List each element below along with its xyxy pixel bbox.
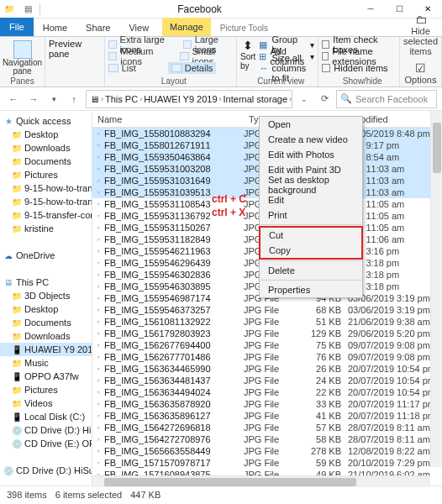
preview-pane-button[interactable]: Preview pane [49,39,101,59]
tree-item[interactable]: 📱HUAWEI Y9 2019 [0,343,92,356]
tree-item[interactable]: ☁OneDrive [0,249,92,262]
group-layout: Extra large iconsLarge icons Medium icon… [105,37,237,87]
tree-item[interactable]: 📁Documents [0,155,92,168]
menu-open[interactable]: Open [260,117,362,132]
sort-by-button[interactable]: ⬍Sort by [240,39,255,74]
tree-item[interactable]: 📁Documents [0,316,92,329]
tree-item[interactable]: 📁Desktop [0,302,92,316]
menu-copy[interactable]: Copy [260,243,361,258]
file-row[interactable]: ▫FB_IMG_1563634481437JPG File24 KB20/07/… [92,375,442,386]
forward-button[interactable]: → [25,91,42,108]
props-icon[interactable]: ▤ [22,3,34,15]
tree-item[interactable]: 📁Downloads [0,329,92,343]
nav-tree[interactable]: ★Quick access📁Desktop📁Downloads📁Document… [0,111,92,486]
tab-file[interactable]: File [0,18,34,36]
minimize-button[interactable]: ─ [356,0,385,18]
menu-delete[interactable]: Delete [260,263,362,278]
file-icon: ▫ [92,223,104,232]
tree-item[interactable]: 📁Pictures [0,168,92,181]
dropdown-button[interactable]: ⌄ [296,91,313,108]
file-icon: ▫ [92,141,104,150]
tab-view[interactable]: View [119,19,158,36]
file-row[interactable]: ▫FB_IMG_1563635896127JPG File41 KB20/07/… [92,410,442,422]
tree-item[interactable]: 💿CD Drive (D:) HiSuite [0,464,92,477]
tree-item[interactable]: 📁9-15-transfer-conta [0,208,92,222]
tree-item[interactable] [0,477,92,486]
window-title: Facebook [43,3,356,15]
file-icon: ▫ [92,435,104,444]
file-row[interactable]: ▫FB_IMG_1563634465990JPG File26 KB20/07/… [92,363,442,375]
menu-print[interactable]: Print [260,207,362,223]
tree-item[interactable]: 📁9-15-how-to-transf [0,181,92,195]
tree-item[interactable]: 📁kristine [0,222,92,235]
horizontal-scrollbar[interactable] [92,475,430,487]
navigation-pane-icon[interactable] [13,40,32,59]
search-input[interactable]: 🔍Search Facebook [336,90,437,108]
menu-new-video[interactable]: Create a new video [260,132,362,147]
file-icon: ▫ [92,376,104,385]
file-row[interactable]: ▫FB_IMG_1565663558449JPG File278 KB12/08… [92,445,442,457]
hide-selected-button[interactable]: 🗀Hide selected items [403,13,438,56]
menu-cut[interactable]: Cut [260,228,361,243]
file-icon: ▫ [92,188,104,197]
file-row[interactable]: ▫FB_IMG_1561081132922JPG File51 KB21/06/… [92,316,442,328]
tree-item[interactable]: 📁9-15-how-to-transf [0,195,92,208]
tree-item[interactable]: 📁Music [0,356,92,370]
file-icon: ▫ [92,306,104,314]
file-extensions-toggle[interactable]: File name extensions [322,50,396,62]
file-row[interactable]: ▫FB_IMG_1561792803923JPG File129 KB29/06… [92,328,442,339]
size-columns-button[interactable]: ↔Size all columns to fit [259,62,314,74]
folder-icon: 📁 [3,3,15,15]
menu-properties[interactable]: Properties [260,282,362,297]
menu-edit-photos[interactable]: Edit with Photos [260,147,362,162]
tree-item[interactable]: 📁Downloads [0,141,92,155]
file-icon: ▫ [92,412,104,420]
file-row[interactable]: ▫FB_IMG_1564272708976JPG File58 KB28/07/… [92,433,442,445]
breadcrumb[interactable]: 🖥› This PC› HUAWEI Y9 2019› Internal sto… [86,90,292,108]
tree-item[interactable] [0,450,92,464]
status-selected: 6 items selected [55,490,122,500]
up-button[interactable]: ↑ [66,91,82,108]
refresh-button[interactable]: ⟳ [316,91,333,108]
tree-item[interactable]: 📁Pictures [0,383,92,396]
tab-home[interactable]: Home [34,19,76,36]
status-bar: 398 items 6 items selected 447 KB [0,486,442,502]
file-row[interactable]: ▫FB_IMG_1563635878920JPG File33 KB20/07/… [92,398,442,410]
tab-manage[interactable]: Manage [162,18,211,36]
tree-item[interactable]: ★Quick access [0,114,92,128]
menu-wallpaper[interactable]: Set as desktop background [260,177,362,192]
file-row[interactable]: ▫FB_IMG_1564272696818JPG File57 KB28/07/… [92,422,442,433]
file-row[interactable]: ▫FB_IMG_1562677694400JPG File75 KB09/07/… [92,339,442,351]
tree-item[interactable]: 📁3D Objects [0,289,92,302]
file-row[interactable]: ▫FB_IMG_1571570978717JPG File59 KB20/10/… [92,457,442,469]
navigation-pane-label[interactable]: Navigation pane [3,59,42,76]
file-icon: ▫ [92,129,104,138]
options-button[interactable]: ☑Options [405,61,437,85]
status-size: 447 KB [130,490,160,500]
hidden-items-toggle[interactable]: Hidden items [322,62,396,74]
tab-share[interactable]: Share [76,19,119,36]
group-panes2: Preview pane [45,37,105,87]
tree-item[interactable] [0,235,92,249]
tree-item[interactable] [0,262,92,276]
group-show-hide: Item check boxes File name extensions Hi… [318,37,400,87]
tree-item[interactable]: 📱Local Disk (C:) [0,410,92,423]
group-options: 🗀Hide selected items ☑Options [400,37,442,87]
tree-item[interactable]: 📱OPPO A37fw [0,370,92,383]
file-icon: ▫ [92,200,104,208]
annotation-ctrl-x: ctrl + X [212,207,245,218]
file-row[interactable]: ▫FB_IMG_1563634494024JPG File22 KB20/07/… [92,386,442,398]
group-current-view: ⬍Sort by ▦Group by ▾ ⊞Add columns ▾ ↔Siz… [237,37,318,87]
tree-item[interactable]: 📁Videos [0,396,92,410]
ribbon: Navigation pane Panes Preview pane Extra… [0,37,442,87]
back-button[interactable]: ← [5,91,22,108]
tree-item[interactable]: 📁Desktop [0,128,92,141]
vertical-scrollbar[interactable] [430,111,442,467]
file-row[interactable]: ▫FB_IMG_1559546373257JPG File68 KB03/06/… [92,304,442,316]
file-row[interactable]: ▫FB_IMG_1562677701486JPG File76 KB09/07/… [92,351,442,363]
tree-item[interactable]: 🖥This PC [0,276,92,289]
file-icon: ▫ [92,329,104,338]
history-button[interactable]: ▾ [45,91,62,108]
tree-item[interactable]: 💿CD Drive (E:) OPPO [0,437,92,450]
tree-item[interactable]: 💿CD Drive (D:) HiSuit [0,423,92,437]
